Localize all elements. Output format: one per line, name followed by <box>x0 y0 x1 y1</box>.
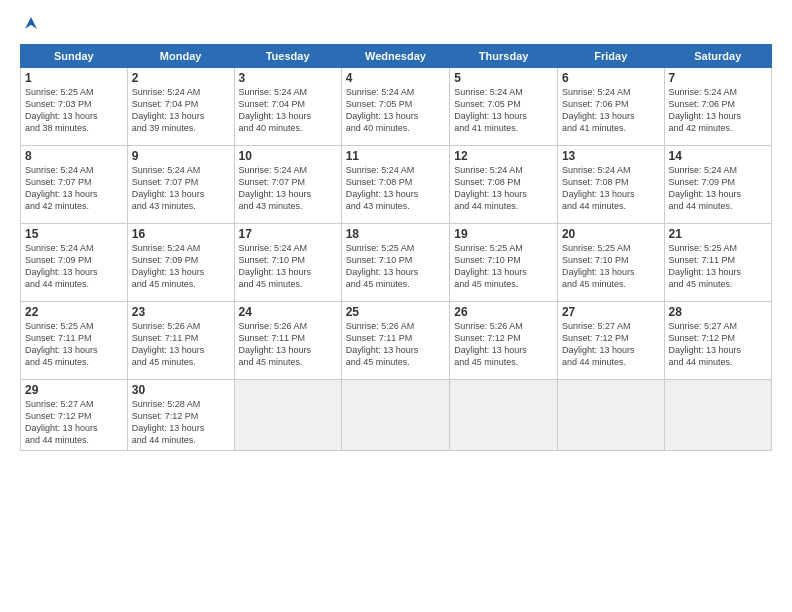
day-info: Sunrise: 5:24 AM Sunset: 7:09 PM Dayligh… <box>25 242 123 291</box>
svg-marker-0 <box>25 17 37 29</box>
day-number: 4 <box>346 71 446 85</box>
day-info: Sunrise: 5:25 AM Sunset: 7:11 PM Dayligh… <box>25 320 123 369</box>
calendar-cell: 14Sunrise: 5:24 AM Sunset: 7:09 PM Dayli… <box>664 146 771 224</box>
day-info: Sunrise: 5:24 AM Sunset: 7:06 PM Dayligh… <box>562 86 660 135</box>
day-number: 11 <box>346 149 446 163</box>
calendar-cell <box>557 380 664 451</box>
day-number: 13 <box>562 149 660 163</box>
day-info: Sunrise: 5:28 AM Sunset: 7:12 PM Dayligh… <box>132 398 230 447</box>
day-number: 16 <box>132 227 230 241</box>
day-info: Sunrise: 5:24 AM Sunset: 7:08 PM Dayligh… <box>346 164 446 213</box>
calendar-cell: 30Sunrise: 5:28 AM Sunset: 7:12 PM Dayli… <box>127 380 234 451</box>
calendar-cell: 22Sunrise: 5:25 AM Sunset: 7:11 PM Dayli… <box>21 302 128 380</box>
day-info: Sunrise: 5:27 AM Sunset: 7:12 PM Dayligh… <box>669 320 767 369</box>
calendar-cell <box>664 380 771 451</box>
day-info: Sunrise: 5:24 AM Sunset: 7:08 PM Dayligh… <box>454 164 553 213</box>
day-number: 21 <box>669 227 767 241</box>
day-number: 17 <box>239 227 337 241</box>
weekday-header-row: SundayMondayTuesdayWednesdayThursdayFrid… <box>21 45 772 68</box>
day-number: 8 <box>25 149 123 163</box>
day-number: 9 <box>132 149 230 163</box>
calendar-cell: 15Sunrise: 5:24 AM Sunset: 7:09 PM Dayli… <box>21 224 128 302</box>
weekday-header-friday: Friday <box>557 45 664 68</box>
day-info: Sunrise: 5:24 AM Sunset: 7:06 PM Dayligh… <box>669 86 767 135</box>
day-info: Sunrise: 5:24 AM Sunset: 7:10 PM Dayligh… <box>239 242 337 291</box>
calendar-cell: 29Sunrise: 5:27 AM Sunset: 7:12 PM Dayli… <box>21 380 128 451</box>
calendar-cell: 9Sunrise: 5:24 AM Sunset: 7:07 PM Daylig… <box>127 146 234 224</box>
day-number: 5 <box>454 71 553 85</box>
day-number: 15 <box>25 227 123 241</box>
day-number: 3 <box>239 71 337 85</box>
calendar-week-2: 8Sunrise: 5:24 AM Sunset: 7:07 PM Daylig… <box>21 146 772 224</box>
calendar-week-5: 29Sunrise: 5:27 AM Sunset: 7:12 PM Dayli… <box>21 380 772 451</box>
day-info: Sunrise: 5:25 AM Sunset: 7:10 PM Dayligh… <box>346 242 446 291</box>
weekday-header-monday: Monday <box>127 45 234 68</box>
day-number: 18 <box>346 227 446 241</box>
day-number: 6 <box>562 71 660 85</box>
day-number: 10 <box>239 149 337 163</box>
calendar-cell: 4Sunrise: 5:24 AM Sunset: 7:05 PM Daylig… <box>341 68 450 146</box>
day-info: Sunrise: 5:24 AM Sunset: 7:04 PM Dayligh… <box>132 86 230 135</box>
day-number: 25 <box>346 305 446 319</box>
day-number: 19 <box>454 227 553 241</box>
day-info: Sunrise: 5:26 AM Sunset: 7:11 PM Dayligh… <box>239 320 337 369</box>
calendar-week-4: 22Sunrise: 5:25 AM Sunset: 7:11 PM Dayli… <box>21 302 772 380</box>
day-number: 12 <box>454 149 553 163</box>
calendar-cell: 13Sunrise: 5:24 AM Sunset: 7:08 PM Dayli… <box>557 146 664 224</box>
day-number: 27 <box>562 305 660 319</box>
day-info: Sunrise: 5:24 AM Sunset: 7:07 PM Dayligh… <box>25 164 123 213</box>
calendar-cell <box>234 380 341 451</box>
day-info: Sunrise: 5:26 AM Sunset: 7:12 PM Dayligh… <box>454 320 553 369</box>
day-info: Sunrise: 5:24 AM Sunset: 7:05 PM Dayligh… <box>346 86 446 135</box>
day-number: 26 <box>454 305 553 319</box>
day-info: Sunrise: 5:24 AM Sunset: 7:05 PM Dayligh… <box>454 86 553 135</box>
day-number: 1 <box>25 71 123 85</box>
day-info: Sunrise: 5:24 AM Sunset: 7:07 PM Dayligh… <box>239 164 337 213</box>
weekday-header-sunday: Sunday <box>21 45 128 68</box>
calendar-cell: 8Sunrise: 5:24 AM Sunset: 7:07 PM Daylig… <box>21 146 128 224</box>
calendar-cell <box>450 380 558 451</box>
logo-icon <box>22 14 40 32</box>
page: SundayMondayTuesdayWednesdayThursdayFrid… <box>0 0 792 612</box>
calendar-cell: 25Sunrise: 5:26 AM Sunset: 7:11 PM Dayli… <box>341 302 450 380</box>
calendar-cell: 26Sunrise: 5:26 AM Sunset: 7:12 PM Dayli… <box>450 302 558 380</box>
day-info: Sunrise: 5:24 AM Sunset: 7:07 PM Dayligh… <box>132 164 230 213</box>
calendar-cell: 11Sunrise: 5:24 AM Sunset: 7:08 PM Dayli… <box>341 146 450 224</box>
day-info: Sunrise: 5:24 AM Sunset: 7:08 PM Dayligh… <box>562 164 660 213</box>
weekday-header-wednesday: Wednesday <box>341 45 450 68</box>
calendar-cell <box>341 380 450 451</box>
day-number: 23 <box>132 305 230 319</box>
calendar-cell: 7Sunrise: 5:24 AM Sunset: 7:06 PM Daylig… <box>664 68 771 146</box>
day-info: Sunrise: 5:24 AM Sunset: 7:04 PM Dayligh… <box>239 86 337 135</box>
day-number: 14 <box>669 149 767 163</box>
calendar-cell: 23Sunrise: 5:26 AM Sunset: 7:11 PM Dayli… <box>127 302 234 380</box>
calendar-cell: 12Sunrise: 5:24 AM Sunset: 7:08 PM Dayli… <box>450 146 558 224</box>
calendar-week-3: 15Sunrise: 5:24 AM Sunset: 7:09 PM Dayli… <box>21 224 772 302</box>
calendar-cell: 18Sunrise: 5:25 AM Sunset: 7:10 PM Dayli… <box>341 224 450 302</box>
day-number: 24 <box>239 305 337 319</box>
weekday-header-thursday: Thursday <box>450 45 558 68</box>
day-number: 28 <box>669 305 767 319</box>
calendar-cell: 16Sunrise: 5:24 AM Sunset: 7:09 PM Dayli… <box>127 224 234 302</box>
calendar-cell: 19Sunrise: 5:25 AM Sunset: 7:10 PM Dayli… <box>450 224 558 302</box>
logo <box>20 16 40 36</box>
calendar-cell: 24Sunrise: 5:26 AM Sunset: 7:11 PM Dayli… <box>234 302 341 380</box>
day-info: Sunrise: 5:26 AM Sunset: 7:11 PM Dayligh… <box>346 320 446 369</box>
header <box>20 16 772 36</box>
day-number: 22 <box>25 305 123 319</box>
calendar-cell: 1Sunrise: 5:25 AM Sunset: 7:03 PM Daylig… <box>21 68 128 146</box>
calendar-cell: 2Sunrise: 5:24 AM Sunset: 7:04 PM Daylig… <box>127 68 234 146</box>
day-info: Sunrise: 5:25 AM Sunset: 7:10 PM Dayligh… <box>454 242 553 291</box>
calendar-cell: 27Sunrise: 5:27 AM Sunset: 7:12 PM Dayli… <box>557 302 664 380</box>
day-info: Sunrise: 5:25 AM Sunset: 7:10 PM Dayligh… <box>562 242 660 291</box>
day-info: Sunrise: 5:25 AM Sunset: 7:11 PM Dayligh… <box>669 242 767 291</box>
weekday-header-saturday: Saturday <box>664 45 771 68</box>
weekday-header-tuesday: Tuesday <box>234 45 341 68</box>
calendar-cell: 21Sunrise: 5:25 AM Sunset: 7:11 PM Dayli… <box>664 224 771 302</box>
day-info: Sunrise: 5:27 AM Sunset: 7:12 PM Dayligh… <box>562 320 660 369</box>
day-info: Sunrise: 5:25 AM Sunset: 7:03 PM Dayligh… <box>25 86 123 135</box>
calendar: SundayMondayTuesdayWednesdayThursdayFrid… <box>20 44 772 451</box>
day-info: Sunrise: 5:24 AM Sunset: 7:09 PM Dayligh… <box>669 164 767 213</box>
calendar-cell: 5Sunrise: 5:24 AM Sunset: 7:05 PM Daylig… <box>450 68 558 146</box>
day-number: 29 <box>25 383 123 397</box>
